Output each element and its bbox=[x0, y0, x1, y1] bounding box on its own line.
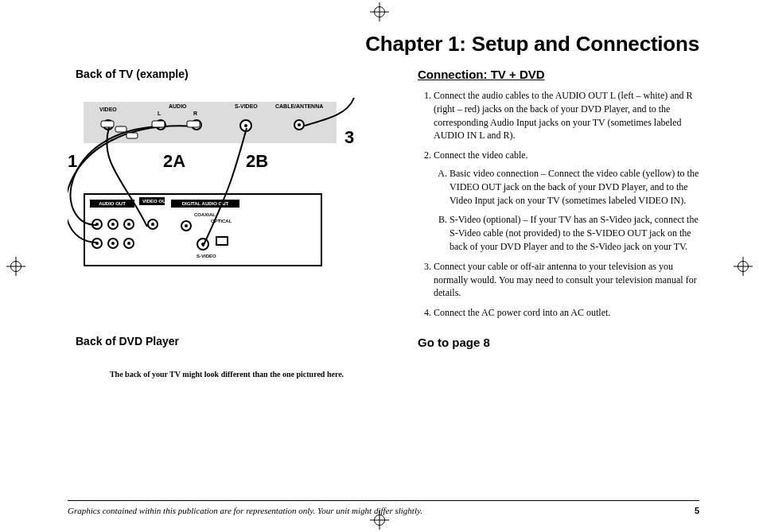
step-2-text: Connect the video cable. bbox=[434, 150, 528, 161]
goto-text: Go to page 8 bbox=[418, 336, 699, 349]
dvd-audio-b2 bbox=[107, 238, 119, 249]
label-svideo2: S-VIDEO bbox=[197, 254, 216, 258]
dvd-heading: Back of DVD Player bbox=[76, 335, 386, 348]
callout-3: 3 bbox=[344, 127, 354, 148]
dvd-optical-jack bbox=[216, 236, 228, 246]
steps-list: Connect the audio cables to the AUDIO OU… bbox=[418, 89, 699, 320]
text-column: Connection: TV + DVD Connect the audio c… bbox=[418, 68, 699, 481]
tv-video-jack bbox=[103, 119, 114, 130]
label-video-out: VIDEO OUT bbox=[139, 197, 165, 205]
step-3: Connect your cable or off-air antenna to… bbox=[434, 260, 699, 300]
dvd-video-jack bbox=[147, 219, 158, 230]
label-audio-out: AUDIO OUT bbox=[90, 200, 134, 208]
label-cable: CABLE/ANTENNA bbox=[275, 103, 323, 109]
page-content: Chapter 1: Setup and Connections Back of… bbox=[68, 32, 699, 500]
label-coaxial: COAXIAL bbox=[194, 212, 216, 217]
dvd-audio-b3 bbox=[123, 238, 134, 249]
dvd-svideo-jack bbox=[197, 238, 209, 250]
step-2b: S-Video (optional) – If your TV has an S… bbox=[450, 213, 699, 253]
tv-heading: Back of TV (example) bbox=[76, 68, 386, 80]
section-title: Connection: TV + DVD bbox=[418, 68, 699, 81]
callout-1: 1 bbox=[68, 151, 77, 172]
dvd-audio-a1 bbox=[91, 219, 103, 230]
label-video: VIDEO bbox=[99, 107, 117, 112]
dvd-audio-a2 bbox=[107, 219, 119, 230]
label-r: R bbox=[193, 111, 197, 116]
chapter-title: Chapter 1: Setup and Connections bbox=[68, 32, 699, 56]
label-optical: OPTICAL bbox=[211, 219, 232, 223]
callout-2a: 2A bbox=[163, 151, 185, 172]
label-svideo: S-VIDEO bbox=[235, 103, 258, 109]
step-2: Connect the video cable. Basic video con… bbox=[434, 149, 699, 254]
label-audio: AUDIO bbox=[169, 103, 187, 109]
step-2a: Basic video connection – Connect the vid… bbox=[450, 167, 699, 207]
callout-2b: 2B bbox=[246, 151, 268, 172]
label-digital-out: DIGITAL AUDIO OUT bbox=[171, 200, 239, 208]
label-l: L bbox=[158, 111, 161, 116]
step-4: Connect the AC power cord into an AC out… bbox=[434, 306, 699, 320]
footer-disclaimer: Graphics contained within this publicati… bbox=[68, 506, 422, 515]
page-number: 5 bbox=[695, 506, 699, 515]
dvd-coaxial-jack bbox=[181, 220, 192, 231]
connection-diagram: VIDEO AUDIO L R S-VIDEO CABLE/ANTENNA 1 … bbox=[68, 83, 386, 330]
dvd-panel: AUDIO OUT VIDEO OUT DIGITAL AUDIO OUT CO… bbox=[84, 193, 322, 266]
tv-cable-jack bbox=[294, 119, 305, 130]
dvd-audio-b1 bbox=[91, 238, 103, 249]
diagram-column: Back of TV (example) VIDEO AUDIO L R S-V… bbox=[68, 68, 386, 481]
footer-rule bbox=[68, 500, 699, 501]
tv-svideo-jack bbox=[239, 119, 252, 132]
dvd-audio-a3 bbox=[123, 219, 134, 230]
step-1: Connect the audio cables to the AUDIO OU… bbox=[434, 89, 699, 142]
tv-audio-l-jack bbox=[155, 119, 166, 130]
tv-audio-r-jack bbox=[191, 119, 202, 130]
page-footer: Graphics contained within this publicati… bbox=[68, 506, 699, 515]
diagram-caption: The back of your TV might look different… bbox=[68, 370, 386, 379]
